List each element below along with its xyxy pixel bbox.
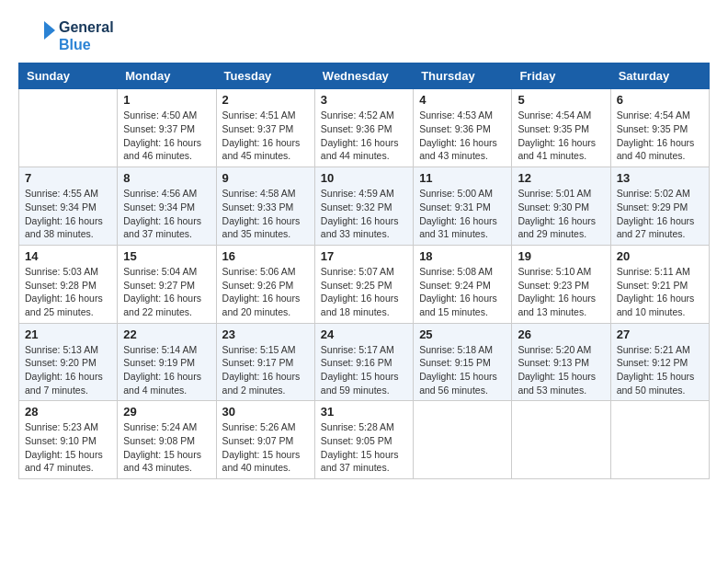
day-cell: 19Sunrise: 5:10 AMSunset: 9:23 PMDayligh… xyxy=(512,245,610,323)
day-info: Sunrise: 4:53 AMSunset: 9:36 PMDaylight:… xyxy=(419,109,506,163)
day-info: Sunrise: 4:56 AMSunset: 9:34 PMDaylight:… xyxy=(123,187,210,241)
day-cell xyxy=(19,89,118,167)
day-info: Sunrise: 4:52 AMSunset: 9:36 PMDaylight:… xyxy=(321,109,407,163)
day-info: Sunrise: 5:08 AMSunset: 9:24 PMDaylight:… xyxy=(419,265,506,319)
day-number: 27 xyxy=(617,327,703,341)
day-info: Sunrise: 5:01 AMSunset: 9:30 PMDaylight:… xyxy=(518,187,604,241)
day-number: 12 xyxy=(518,171,604,185)
day-cell: 23Sunrise: 5:15 AMSunset: 9:17 PMDayligh… xyxy=(216,323,314,401)
logo-svg xyxy=(18,19,55,52)
day-number: 10 xyxy=(321,171,407,185)
day-number: 5 xyxy=(518,93,604,107)
day-number: 22 xyxy=(123,327,210,341)
header-monday: Monday xyxy=(118,63,216,89)
day-info: Sunrise: 4:50 AMSunset: 9:37 PMDaylight:… xyxy=(123,109,210,163)
day-cell: 27Sunrise: 5:21 AMSunset: 9:12 PMDayligh… xyxy=(610,323,709,401)
day-number: 4 xyxy=(419,93,506,107)
header-sunday: Sunday xyxy=(19,63,118,89)
day-cell: 26Sunrise: 5:20 AMSunset: 9:13 PMDayligh… xyxy=(512,323,610,401)
day-number: 6 xyxy=(617,93,703,107)
day-number: 16 xyxy=(222,249,309,263)
logo-blue: Blue xyxy=(59,36,114,53)
day-number: 26 xyxy=(518,327,604,341)
day-info: Sunrise: 5:21 AMSunset: 9:12 PMDaylight:… xyxy=(617,343,703,397)
day-cell: 22Sunrise: 5:14 AMSunset: 9:19 PMDayligh… xyxy=(118,323,216,401)
day-cell: 2Sunrise: 4:51 AMSunset: 9:37 PMDaylight… xyxy=(216,89,314,167)
header-wednesday: Wednesday xyxy=(314,63,413,89)
logo: GeneralBlue xyxy=(18,18,114,53)
day-cell: 21Sunrise: 5:13 AMSunset: 9:20 PMDayligh… xyxy=(19,323,118,401)
day-cell: 31Sunrise: 5:28 AMSunset: 9:05 PMDayligh… xyxy=(314,401,413,479)
day-cell: 10Sunrise: 4:59 AMSunset: 9:32 PMDayligh… xyxy=(314,167,413,246)
day-cell xyxy=(512,401,610,479)
day-info: Sunrise: 5:28 AMSunset: 9:05 PMDaylight:… xyxy=(321,420,407,475)
week-row-4: 21Sunrise: 5:13 AMSunset: 9:20 PMDayligh… xyxy=(19,323,710,401)
day-cell: 7Sunrise: 4:55 AMSunset: 9:34 PMDaylight… xyxy=(19,167,118,246)
day-number: 19 xyxy=(518,249,604,263)
day-info: Sunrise: 5:15 AMSunset: 9:17 PMDaylight:… xyxy=(222,343,309,397)
day-cell: 9Sunrise: 4:58 AMSunset: 9:33 PMDaylight… xyxy=(216,167,314,246)
day-info: Sunrise: 5:24 AMSunset: 9:08 PMDaylight:… xyxy=(123,420,210,475)
day-cell: 28Sunrise: 5:23 AMSunset: 9:10 PMDayligh… xyxy=(19,401,118,479)
day-info: Sunrise: 4:55 AMSunset: 9:34 PMDaylight:… xyxy=(25,187,111,241)
day-number: 24 xyxy=(321,327,407,341)
day-number: 29 xyxy=(123,405,210,419)
day-cell: 6Sunrise: 4:54 AMSunset: 9:35 PMDaylight… xyxy=(610,89,709,167)
day-cell: 24Sunrise: 5:17 AMSunset: 9:16 PMDayligh… xyxy=(314,323,413,401)
day-number: 21 xyxy=(25,327,111,341)
day-info: Sunrise: 4:51 AMSunset: 9:37 PMDaylight:… xyxy=(222,109,309,163)
day-info: Sunrise: 5:02 AMSunset: 9:29 PMDaylight:… xyxy=(617,187,703,241)
day-number: 11 xyxy=(419,171,506,185)
week-row-2: 7Sunrise: 4:55 AMSunset: 9:34 PMDaylight… xyxy=(19,167,710,246)
day-cell: 29Sunrise: 5:24 AMSunset: 9:08 PMDayligh… xyxy=(118,401,216,479)
day-info: Sunrise: 4:58 AMSunset: 9:33 PMDaylight:… xyxy=(222,187,309,241)
header-tuesday: Tuesday xyxy=(216,63,314,89)
day-number: 9 xyxy=(222,171,309,185)
day-info: Sunrise: 4:54 AMSunset: 9:35 PMDaylight:… xyxy=(518,109,604,163)
day-number: 30 xyxy=(222,405,309,419)
day-info: Sunrise: 5:11 AMSunset: 9:21 PMDaylight:… xyxy=(617,265,703,319)
day-number: 14 xyxy=(25,249,111,263)
day-cell: 18Sunrise: 5:08 AMSunset: 9:24 PMDayligh… xyxy=(414,245,512,323)
day-cell: 11Sunrise: 5:00 AMSunset: 9:31 PMDayligh… xyxy=(414,167,512,246)
day-number: 18 xyxy=(419,249,506,263)
header: GeneralBlue xyxy=(18,18,710,53)
day-info: Sunrise: 5:00 AMSunset: 9:31 PMDaylight:… xyxy=(419,187,506,241)
day-info: Sunrise: 5:07 AMSunset: 9:25 PMDaylight:… xyxy=(321,265,407,319)
day-cell: 14Sunrise: 5:03 AMSunset: 9:28 PMDayligh… xyxy=(19,245,118,323)
day-cell: 8Sunrise: 4:56 AMSunset: 9:34 PMDaylight… xyxy=(118,167,216,246)
day-info: Sunrise: 5:23 AMSunset: 9:10 PMDaylight:… xyxy=(25,420,111,475)
day-info: Sunrise: 4:54 AMSunset: 9:35 PMDaylight:… xyxy=(617,109,703,163)
day-number: 20 xyxy=(617,249,703,263)
day-number: 25 xyxy=(419,327,506,341)
day-cell: 1Sunrise: 4:50 AMSunset: 9:37 PMDaylight… xyxy=(118,89,216,167)
header-friday: Friday xyxy=(512,63,610,89)
day-number: 31 xyxy=(321,405,407,419)
day-number: 3 xyxy=(321,93,407,107)
week-row-1: 1Sunrise: 4:50 AMSunset: 9:37 PMDaylight… xyxy=(19,89,710,167)
day-number: 28 xyxy=(25,405,111,419)
day-number: 17 xyxy=(321,249,407,263)
day-cell: 4Sunrise: 4:53 AMSunset: 9:36 PMDaylight… xyxy=(414,89,512,167)
day-number: 7 xyxy=(25,171,111,185)
day-number: 1 xyxy=(123,93,210,107)
day-info: Sunrise: 5:20 AMSunset: 9:13 PMDaylight:… xyxy=(518,343,604,397)
day-info: Sunrise: 5:10 AMSunset: 9:23 PMDaylight:… xyxy=(518,265,604,319)
day-cell: 13Sunrise: 5:02 AMSunset: 9:29 PMDayligh… xyxy=(610,167,709,246)
calendar-table: SundayMondayTuesdayWednesdayThursdayFrid… xyxy=(18,63,710,479)
calendar-header-row: SundayMondayTuesdayWednesdayThursdayFrid… xyxy=(19,63,710,89)
day-cell: 12Sunrise: 5:01 AMSunset: 9:30 PMDayligh… xyxy=(512,167,610,246)
day-info: Sunrise: 5:03 AMSunset: 9:28 PMDaylight:… xyxy=(25,265,111,319)
day-cell xyxy=(414,401,512,479)
day-number: 23 xyxy=(222,327,309,341)
day-cell: 17Sunrise: 5:07 AMSunset: 9:25 PMDayligh… xyxy=(314,245,413,323)
day-cell: 20Sunrise: 5:11 AMSunset: 9:21 PMDayligh… xyxy=(610,245,709,323)
day-number: 8 xyxy=(123,171,210,185)
day-info: Sunrise: 5:04 AMSunset: 9:27 PMDaylight:… xyxy=(123,265,210,319)
day-number: 13 xyxy=(617,171,703,185)
day-cell: 16Sunrise: 5:06 AMSunset: 9:26 PMDayligh… xyxy=(216,245,314,323)
day-info: Sunrise: 5:13 AMSunset: 9:20 PMDaylight:… xyxy=(25,343,111,397)
week-row-3: 14Sunrise: 5:03 AMSunset: 9:28 PMDayligh… xyxy=(19,245,710,323)
day-number: 15 xyxy=(123,249,210,263)
day-cell: 15Sunrise: 5:04 AMSunset: 9:27 PMDayligh… xyxy=(118,245,216,323)
